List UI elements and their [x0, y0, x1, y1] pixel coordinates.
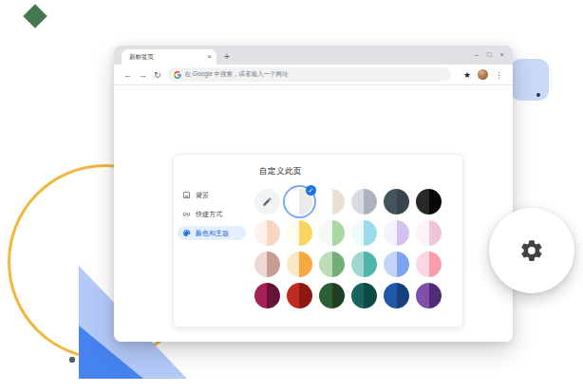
- sidebar-item-label: 快捷方式: [196, 210, 222, 219]
- theme-swatch[interactable]: [384, 189, 409, 215]
- theme-swatch[interactable]: [416, 220, 442, 246]
- illustration-canvas: 新标签页 × + – □ × ← → ↻ 在 Google 中搜索，或者输入一个…: [0, 0, 583, 392]
- theme-grid: ✓: [254, 189, 442, 308]
- theme-swatch[interactable]: [287, 252, 312, 277]
- pencil-icon: [262, 196, 273, 207]
- theme-swatch[interactable]: [319, 220, 345, 246]
- browser-window: 新标签页 × + – □ × ← → ↻ 在 Google 中搜索，或者输入一个…: [114, 46, 513, 342]
- tab-title: 新标签页: [122, 53, 154, 62]
- dark-dot-decoration: [69, 357, 75, 363]
- page-content: 自定义此页 背景 快捷方式: [114, 85, 513, 342]
- toolbar-right-icons: ★ ⋮: [463, 69, 503, 80]
- bookmark-star-icon[interactable]: ★: [463, 70, 471, 80]
- sidebar-item-color-theme[interactable]: 颜色和主题: [178, 226, 246, 240]
- customize-dialog: 自定义此页 背景 快捷方式: [173, 154, 463, 327]
- theme-swatch[interactable]: [319, 283, 345, 308]
- window-controls: – □ ×: [475, 50, 504, 59]
- image-icon: [182, 191, 191, 199]
- theme-swatch[interactable]: [287, 220, 312, 246]
- tab-close-icon[interactable]: ×: [207, 52, 212, 62]
- sidebar-item-background[interactable]: 背景: [178, 188, 246, 202]
- menu-kebab-icon[interactable]: ⋮: [495, 70, 503, 80]
- address-placeholder: 在 Google 中搜索，或者输入一个网址: [185, 70, 289, 79]
- dialog-title: 自定义此页: [259, 166, 302, 177]
- theme-swatch[interactable]: [384, 283, 409, 308]
- browser-toolbar: ← → ↻ 在 Google 中搜索，或者输入一个网址 ★ ⋮: [114, 65, 513, 85]
- theme-swatch[interactable]: [287, 283, 312, 308]
- theme-swatch[interactable]: [254, 252, 280, 277]
- theme-swatch[interactable]: [351, 220, 377, 246]
- sidebar-item-label: 颜色和主题: [196, 229, 229, 238]
- theme-swatch[interactable]: [319, 252, 345, 277]
- forward-icon[interactable]: →: [139, 70, 147, 80]
- window-close-button[interactable]: ×: [500, 50, 504, 59]
- dialog-sidebar: 背景 快捷方式 颜色和主题: [178, 188, 246, 245]
- theme-swatch[interactable]: [351, 252, 377, 277]
- theme-swatch[interactable]: [351, 283, 377, 308]
- theme-swatch[interactable]: [416, 283, 442, 308]
- new-tab-button[interactable]: +: [224, 49, 230, 65]
- blue-rounded-square-decoration: [511, 59, 549, 101]
- theme-swatch[interactable]: [416, 252, 442, 277]
- theme-swatch[interactable]: [319, 189, 345, 215]
- sidebar-item-shortcuts[interactable]: 快捷方式: [178, 207, 246, 221]
- sidebar-item-label: 背景: [196, 191, 209, 200]
- selected-check-badge: ✓: [306, 185, 316, 196]
- palette-icon: [182, 229, 191, 237]
- tab-strip: 新标签页 × + – □ ×: [114, 46, 513, 65]
- theme-swatch[interactable]: [254, 283, 280, 308]
- address-bar[interactable]: 在 Google 中搜索，或者输入一个网址: [168, 67, 451, 82]
- theme-swatch[interactable]: [384, 252, 409, 277]
- tiny-dot-decoration: [536, 93, 540, 97]
- minimize-button[interactable]: –: [475, 50, 479, 59]
- reload-icon[interactable]: ↻: [154, 70, 161, 80]
- settings-fab[interactable]: [489, 208, 574, 293]
- maximize-button[interactable]: □: [487, 50, 492, 59]
- browser-tab[interactable]: 新标签页 ×: [122, 49, 216, 65]
- theme-swatch[interactable]: [384, 220, 409, 246]
- back-icon[interactable]: ←: [123, 70, 132, 80]
- custom-color-picker-swatch[interactable]: [254, 189, 280, 215]
- theme-swatch[interactable]: [351, 189, 377, 215]
- green-diamond-decoration: [23, 4, 47, 28]
- profile-avatar[interactable]: [478, 69, 488, 80]
- theme-swatch[interactable]: [416, 189, 442, 215]
- theme-swatch[interactable]: [254, 220, 280, 246]
- link-icon: [182, 210, 191, 218]
- gear-icon: [519, 238, 544, 263]
- google-g-icon: [174, 71, 181, 79]
- theme-swatch-selected[interactable]: ✓: [287, 189, 312, 215]
